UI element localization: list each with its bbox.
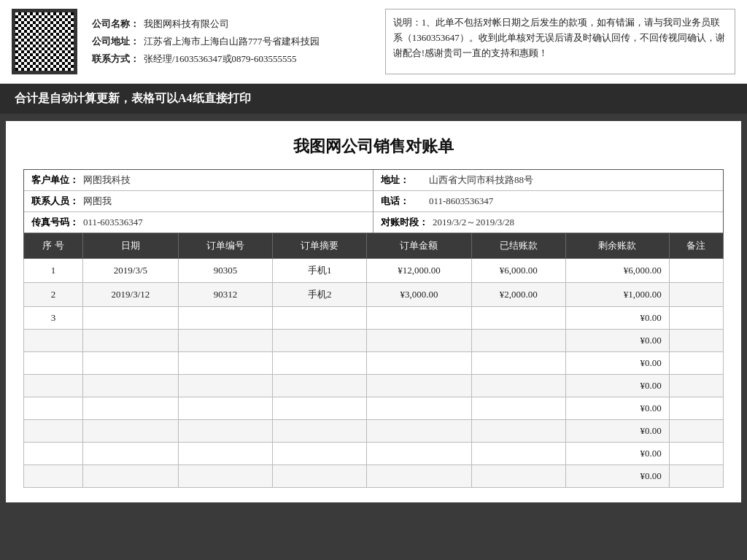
header-section: 公司名称：我图网科技有限公司 公司地址：江苏省上海市上海白山路777号省建科技园… — [0, 0, 747, 84]
client-value: 网图我科技 — [83, 174, 131, 187]
table-row: ¥0.00 — [24, 330, 724, 352]
table-cell — [471, 420, 565, 443]
fax-row: 传真号码： 011-603536347 — [24, 212, 373, 233]
table-cell — [669, 397, 723, 420]
table-cell: 3 — [24, 307, 83, 330]
table-cell — [471, 465, 565, 488]
table-cell — [367, 330, 471, 352]
table-cell — [471, 443, 565, 465]
table-cell — [178, 330, 272, 352]
table-cell: ¥0.00 — [565, 397, 669, 420]
table-cell — [669, 283, 723, 307]
table-row: 3¥0.00 — [24, 307, 724, 330]
table-cell — [471, 397, 565, 420]
table-cell — [273, 420, 367, 443]
col-seq: 序 号 — [24, 233, 83, 259]
fax-label: 传真号码： — [31, 216, 79, 229]
phone-row: 电话： 011-8603536347 — [374, 191, 723, 212]
table-cell — [669, 443, 723, 465]
company-info: 公司名称：我图网科技有限公司 公司地址：江苏省上海市上海白山路777号省建科技园… — [92, 9, 371, 74]
company-address-row: 公司地址：江苏省上海市上海白山路777号省建科技园 — [92, 35, 371, 48]
fax-value: 011-603536347 — [83, 217, 143, 228]
address-value: 山西省大同市科技路88号 — [429, 174, 533, 187]
table-cell — [367, 375, 471, 397]
table-cell — [24, 420, 83, 443]
col-remaining: 剩余账款 — [565, 233, 669, 259]
table-cell — [83, 330, 179, 352]
table-cell — [471, 330, 565, 352]
table-cell — [273, 375, 367, 397]
table-cell — [24, 443, 83, 465]
table-cell — [367, 465, 471, 488]
table-cell: ¥3,000.00 — [367, 283, 471, 307]
col-order-no: 订单编号 — [178, 233, 272, 259]
table-cell: ¥2,000.00 — [471, 283, 565, 307]
table-cell — [83, 465, 179, 488]
table-cell — [83, 443, 179, 465]
table-cell — [669, 375, 723, 397]
table-cell: 90312 — [178, 283, 272, 307]
table-row: ¥0.00 — [24, 443, 724, 465]
table-cell: ¥1,000.00 — [565, 283, 669, 307]
table-cell: 手机1 — [273, 259, 367, 283]
table-cell — [83, 375, 179, 397]
table-row: 12019/3/590305手机1¥12,000.00¥6,000.00¥6,0… — [24, 259, 724, 283]
table-cell — [367, 443, 471, 465]
notice-title: 说明： — [393, 17, 422, 28]
phone-value: 011-8603536347 — [429, 195, 493, 207]
client-row: 客户单位： 网图我科技 — [24, 170, 373, 191]
table-cell — [669, 259, 723, 283]
table-cell: ¥6,000.00 — [565, 259, 669, 283]
phone-label: 电话： — [381, 195, 425, 208]
table-cell — [471, 307, 565, 330]
table-cell — [273, 307, 367, 330]
table-cell: 90305 — [178, 259, 272, 283]
table-cell — [24, 397, 83, 420]
table-cell — [669, 352, 723, 375]
table-cell: 2019/3/5 — [83, 259, 179, 283]
address-label: 地址： — [381, 174, 425, 187]
table-cell: ¥0.00 — [565, 352, 669, 375]
table-cell: ¥12,000.00 — [367, 259, 471, 283]
table-cell — [178, 420, 272, 443]
table-cell — [83, 420, 179, 443]
company-name-row: 公司名称：我图网科技有限公司 — [92, 18, 371, 31]
table-cell — [273, 330, 367, 352]
table-cell — [83, 397, 179, 420]
table-cell: ¥0.00 — [565, 307, 669, 330]
address-row: 地址： 山西省大同市科技路88号 — [374, 170, 723, 191]
table-cell: 1 — [24, 259, 83, 283]
banner: 合计是自动计算更新，表格可以A4纸直接打印 — [0, 84, 747, 114]
table-cell — [367, 420, 471, 443]
table-cell — [367, 397, 471, 420]
table-cell — [669, 330, 723, 352]
period-value: 2019/3/2～2019/3/28 — [433, 216, 514, 229]
info-col-right: 地址： 山西省大同市科技路88号 电话： 011-8603536347 对账时段… — [374, 170, 723, 233]
table-cell — [669, 420, 723, 443]
info-col-left: 客户单位： 网图我科技 联系人员： 网图我 传真号码： 011-60353634… — [24, 170, 374, 233]
contact-person-row: 联系人员： 网图我 — [24, 191, 373, 212]
contact-label: 联系方式： — [92, 53, 139, 64]
company-address-label: 公司地址： — [92, 36, 139, 47]
table-cell — [471, 375, 565, 397]
col-amount: 订单金额 — [367, 233, 471, 259]
table-cell — [24, 352, 83, 375]
table-cell — [273, 397, 367, 420]
table-cell — [178, 443, 272, 465]
table-cell — [83, 307, 179, 330]
table-row: 22019/3/1290312手机2¥3,000.00¥2,000.00¥1,0… — [24, 283, 724, 307]
company-name-value: 我图网科技有限公司 — [144, 18, 229, 29]
table-cell — [178, 375, 272, 397]
table-cell: ¥0.00 — [565, 375, 669, 397]
table-cell: ¥0.00 — [565, 420, 669, 443]
notice-text: 1、此单不包括对帐日期之后发生的款项，如有错漏，请与我司业务员联系（136035… — [393, 17, 725, 58]
info-section: 客户单位： 网图我科技 联系人员： 网图我 传真号码： 011-60353634… — [23, 169, 724, 233]
contact-person-value: 网图我 — [83, 195, 112, 208]
client-label: 客户单位： — [31, 174, 79, 187]
table-cell: 2019/3/12 — [83, 283, 179, 307]
table-cell — [273, 352, 367, 375]
table-row: ¥0.00 — [24, 420, 724, 443]
table-row: ¥0.00 — [24, 465, 724, 488]
table-cell: ¥0.00 — [565, 443, 669, 465]
table-cell — [669, 465, 723, 488]
